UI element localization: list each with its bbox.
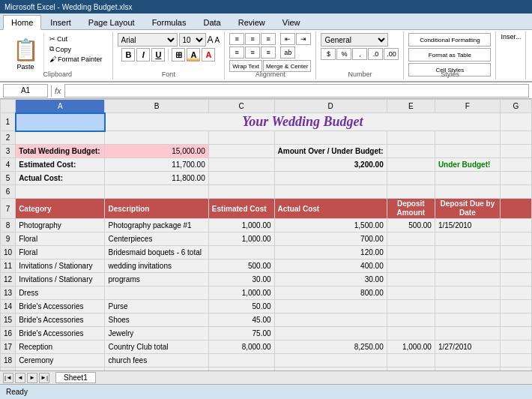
cell-est-18[interactable]: [208, 354, 274, 368]
tab-formulas[interactable]: Formulas: [144, 15, 195, 29]
cell-e4[interactable]: [387, 158, 435, 172]
cut-button[interactable]: ✂ Cut: [47, 34, 105, 44]
cell-act-18[interactable]: [274, 354, 387, 368]
cell-desc-17[interactable]: Country Club total: [105, 340, 208, 354]
font-name-select[interactable]: Arial: [118, 33, 178, 46]
col-header-g[interactable]: G: [500, 100, 531, 113]
cell-depdate-11[interactable]: [435, 260, 500, 273]
grow-font-icon[interactable]: A: [208, 34, 214, 45]
tab-data[interactable]: Data: [195, 15, 229, 29]
comma-button[interactable]: ,: [352, 48, 367, 60]
increase-decimal-button[interactable]: .0: [368, 48, 383, 60]
cell-e5[interactable]: [387, 172, 435, 185]
cell-act-10[interactable]: 120.00: [274, 246, 387, 260]
shrink-font-icon[interactable]: A: [215, 36, 220, 44]
cell-g8[interactable]: [500, 219, 531, 232]
increase-indent-button[interactable]: ⇥: [296, 33, 311, 45]
cell-depdate-15[interactable]: [435, 314, 500, 327]
cell-dep-16[interactable]: [387, 327, 435, 340]
col-header-e[interactable]: E: [387, 100, 435, 113]
copy-button[interactable]: ⧉ Copy: [47, 44, 105, 54]
cell-g3[interactable]: [500, 145, 531, 158]
format-as-table-button[interactable]: Format as Table: [408, 48, 491, 62]
cell-g12[interactable]: [500, 273, 531, 286]
cell-c2[interactable]: [208, 131, 274, 145]
header-extra[interactable]: [500, 199, 531, 219]
cell-act-17[interactable]: 8,250.00: [274, 340, 387, 354]
cell-b4[interactable]: 11,700.00: [105, 158, 208, 172]
header-deposit[interactable]: Deposit Amount: [387, 199, 435, 219]
cell-desc-8[interactable]: Photography package #1: [105, 219, 208, 232]
cell-d6[interactable]: [274, 185, 387, 199]
cell-act-12[interactable]: 30.00: [274, 273, 387, 286]
cell-g13[interactable]: [500, 286, 531, 300]
cell-act-8[interactable]: 1,500.00: [274, 219, 387, 232]
cell-g9[interactable]: [500, 232, 531, 246]
cell-e3[interactable]: [387, 145, 435, 158]
cell-dep-10[interactable]: [387, 246, 435, 260]
cell-est-15[interactable]: 45.00: [208, 314, 274, 327]
sheet-tab-1[interactable]: Sheet1: [55, 372, 96, 383]
cell-dep-17[interactable]: 1,000.00: [387, 340, 435, 354]
cell-g1[interactable]: [500, 113, 531, 131]
bold-button[interactable]: B: [121, 48, 135, 62]
cell-d5[interactable]: [274, 172, 387, 185]
cell-f6[interactable]: [435, 185, 500, 199]
cell-est-8[interactable]: 1,000.00: [208, 219, 274, 232]
header-estimated[interactable]: Estimated Cost: [208, 199, 274, 219]
number-format-select[interactable]: General: [321, 33, 388, 46]
cell-dep-12[interactable]: [387, 273, 435, 286]
cell-depdate-10[interactable]: [435, 246, 500, 260]
cell-g14[interactable]: [500, 300, 531, 314]
cell-desc-13[interactable]: [105, 286, 208, 300]
cell-a6[interactable]: [16, 185, 105, 199]
cell-category-13[interactable]: Dress: [16, 286, 105, 300]
decrease-indent-button[interactable]: ⇤: [280, 33, 295, 45]
cell-g16[interactable]: [500, 327, 531, 340]
conditional-formatting-button[interactable]: Conditional Formatting: [408, 33, 491, 46]
cell-est-13[interactable]: 1,000.00: [208, 286, 274, 300]
cell-g10[interactable]: [500, 246, 531, 260]
spreadsheet-container[interactable]: A B C D E F G 1 Your Wedding Budget 2: [0, 99, 532, 370]
cell-category-10[interactable]: Floral: [16, 246, 105, 260]
cell-depdate-13[interactable]: [435, 286, 500, 300]
header-category[interactable]: Category: [16, 199, 105, 219]
cell-b6[interactable]: [105, 185, 208, 199]
underline-button[interactable]: U: [151, 48, 165, 62]
cell-g2[interactable]: [500, 131, 531, 145]
header-deposit-date[interactable]: Deposit Due by Date: [435, 199, 500, 219]
cell-est-17[interactable]: 8,000.00: [208, 340, 274, 354]
format-painter-button[interactable]: 🖌 Format Painter: [47, 55, 105, 64]
tab-page-layout[interactable]: Page Layout: [80, 15, 143, 29]
cell-act-9[interactable]: 700.00: [274, 232, 387, 246]
cell-act-13[interactable]: 800.00: [274, 286, 387, 300]
italic-button[interactable]: I: [136, 48, 150, 62]
cell-est-14[interactable]: 50.00: [208, 300, 274, 314]
col-header-f[interactable]: F: [435, 100, 500, 113]
cell-est-12[interactable]: 30.00: [208, 273, 274, 286]
cell-est-16[interactable]: 75.00: [208, 327, 274, 340]
cell-desc-12[interactable]: programs: [105, 273, 208, 286]
cell-depdate-16[interactable]: [435, 327, 500, 340]
cell-a3[interactable]: Total Wedding Budget:: [16, 145, 105, 158]
cell-est-10[interactable]: [208, 246, 274, 260]
col-header-b[interactable]: B: [105, 100, 208, 113]
cell-desc-18[interactable]: church fees: [105, 354, 208, 368]
cell-depdate-17[interactable]: 1/27/2010: [435, 340, 500, 354]
cell-dep-14[interactable]: [387, 300, 435, 314]
align-bottom-right-button[interactable]: ≡: [261, 46, 276, 58]
border-button[interactable]: ⊞: [172, 48, 185, 62]
cell-category-11[interactable]: Invitations / Stationary: [16, 260, 105, 273]
header-description[interactable]: Description: [105, 199, 208, 219]
cell-desc-10[interactable]: Bridesmaid boquets - 6 total: [105, 246, 208, 260]
cell-dep-8[interactable]: 500.00: [387, 219, 435, 232]
cell-dep-9[interactable]: [387, 232, 435, 246]
cell-est-11[interactable]: 500.00: [208, 260, 274, 273]
cell-g5[interactable]: [500, 172, 531, 185]
cell-g17[interactable]: [500, 340, 531, 354]
font-size-select[interactable]: 10: [179, 33, 206, 46]
cell-dep-13[interactable]: [387, 286, 435, 300]
first-sheet-button[interactable]: |◄: [3, 373, 13, 383]
cell-b3[interactable]: 15,000.00: [105, 145, 208, 158]
align-top-center-button[interactable]: ≡: [245, 33, 260, 45]
